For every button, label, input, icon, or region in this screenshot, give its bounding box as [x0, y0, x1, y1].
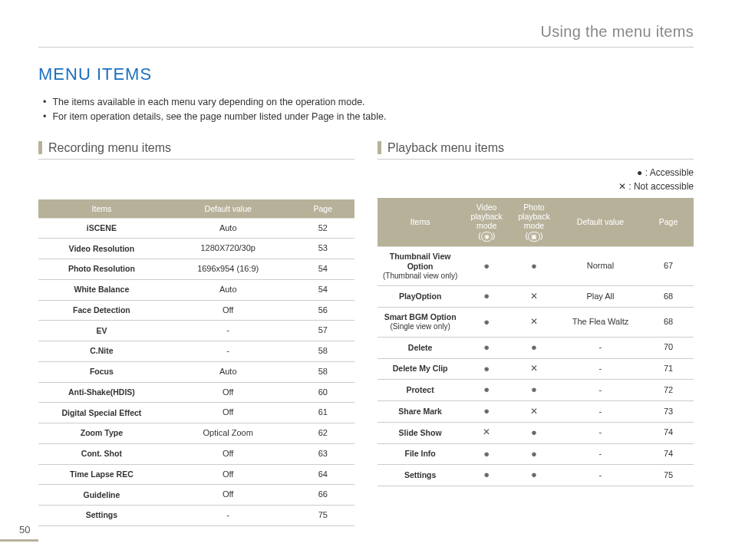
item-cell: Photo Resolution: [38, 259, 165, 280]
page-header: Using the menu items: [38, 23, 694, 48]
page-number: 50: [19, 524, 30, 535]
page-cell: 54: [292, 259, 354, 280]
photo-cell: ✕: [510, 308, 558, 338]
video-mode-icon: ◉: [481, 232, 493, 242]
page-cell: 75: [643, 465, 694, 486]
page-cell: 53: [292, 239, 354, 259]
video-cell: ●: [463, 337, 510, 358]
item-cell: Zoom Type: [38, 423, 165, 444]
value-cell: -: [165, 506, 292, 526]
table-row: Share Mark●✕-73: [378, 401, 694, 423]
recording-table: Items Default value Page iSCENEAuto52Vid…: [38, 199, 354, 526]
item-cell: Anti-Shake(HDIS): [38, 382, 165, 403]
page-cell: 68: [643, 308, 694, 338]
page-cell: 74: [643, 422, 694, 443]
table-row: Protect●●-72: [378, 380, 694, 401]
page: Using the menu items MENU ITEMS The item…: [0, 0, 732, 560]
video-cell: ●: [463, 443, 510, 465]
table-row: Cont. ShotOff63: [38, 443, 354, 464]
item-cell: Digital Special Effect: [38, 403, 165, 423]
table-row: Video Resolution1280X720/30p53: [38, 239, 354, 259]
item-cell: iSCENE: [38, 218, 165, 239]
table-row: Smart BGM Option(Single view only)●✕The …: [378, 308, 694, 338]
value-cell: -: [165, 321, 292, 341]
item-cell: Guideline: [38, 485, 165, 506]
page-cell: 58: [292, 361, 354, 382]
item-cell: EV: [38, 321, 165, 341]
item-cell: Delete My Clip: [378, 358, 463, 380]
value-cell: Off: [165, 300, 292, 321]
page-cell: 70: [643, 337, 694, 358]
page-cell: 61: [292, 403, 354, 423]
item-cell: Face Detection: [38, 300, 165, 321]
video-cell: ●: [463, 246, 510, 286]
recording-column: Recording menu items Items Default value…: [38, 141, 354, 526]
default-cell: -: [558, 380, 643, 401]
page-cell: 72: [643, 380, 694, 401]
value-cell: Optical Zoom: [165, 423, 292, 444]
value-cell: Auto: [165, 218, 292, 239]
photo-cell: ●: [510, 443, 558, 465]
table-row: Delete My Clip●✕-71: [378, 358, 694, 380]
item-cell: Focus: [38, 361, 165, 382]
col-page: Page: [292, 199, 354, 219]
item-cell: Settings: [38, 506, 165, 526]
col-default: Default value: [558, 198, 643, 247]
table-row: Delete●●-70: [378, 337, 694, 358]
item-cell: Smart BGM Option(Single view only): [378, 308, 463, 338]
col-photo-mode: Photo playback mode(▣): [510, 198, 558, 247]
page-cell: 73: [643, 401, 694, 423]
page-cell: 62: [292, 423, 354, 444]
table-row: File Info●●-74: [378, 443, 694, 465]
table-row: Time Lapse RECOff64: [38, 464, 354, 485]
video-cell: ●: [463, 308, 510, 338]
photo-cell: ●: [510, 337, 558, 358]
video-cell: ●: [463, 465, 510, 486]
default-cell: -: [558, 422, 643, 443]
photo-cell: ●: [510, 380, 558, 401]
photo-cell: ✕: [510, 286, 558, 308]
item-cell: Thumbnail View Option(Thumbnail view onl…: [378, 246, 463, 286]
table-row: Slide Show✕●-74: [378, 422, 694, 443]
value-cell: Auto: [165, 279, 292, 300]
table-row: Settings●●-75: [378, 465, 694, 486]
page-cell: 75: [292, 506, 354, 526]
item-cell: Protect: [378, 380, 463, 401]
video-cell: ●: [463, 401, 510, 423]
page-cell: 71: [643, 358, 694, 380]
default-cell: -: [558, 358, 643, 380]
value-cell: Auto: [165, 361, 292, 382]
table-row: Zoom TypeOptical Zoom62: [38, 423, 354, 444]
item-cell: Delete: [378, 337, 463, 358]
table-row: FocusAuto58: [38, 361, 354, 382]
legend: ● : Accessible ✕ : Not accessible: [378, 166, 694, 193]
col-page: Page: [643, 198, 694, 247]
section-title: MENU ITEMS: [38, 64, 694, 84]
col-items: Items: [378, 198, 463, 247]
intro-bullets: The items available in each menu vary de…: [38, 95, 694, 124]
page-cell: 58: [292, 341, 354, 362]
default-cell: Normal: [558, 246, 643, 286]
table-row: EV-57: [38, 321, 354, 341]
value-cell: Off: [165, 403, 292, 423]
table-row: Thumbnail View Option(Thumbnail view onl…: [378, 246, 694, 286]
table-row: Settings-75: [38, 506, 354, 526]
table-row: White BalanceAuto54: [38, 279, 354, 300]
table-row: C.Nite-58: [38, 341, 354, 362]
default-cell: Play All: [558, 286, 643, 308]
col-default: Default value: [165, 199, 292, 219]
page-cell: 67: [643, 246, 694, 286]
item-cell: Slide Show: [378, 422, 463, 443]
photo-cell: ✕: [510, 358, 558, 380]
value-cell: Off: [165, 443, 292, 464]
bullet: The items available in each menu vary de…: [38, 95, 694, 110]
item-cell: C.Nite: [38, 341, 165, 362]
page-cell: 66: [292, 485, 354, 506]
video-cell: ●: [463, 286, 510, 308]
col-video-mode: Video playback mode(◉): [463, 198, 510, 247]
page-cell: 54: [292, 279, 354, 300]
video-cell: ●: [463, 358, 510, 380]
table-row: iSCENEAuto52: [38, 218, 354, 239]
video-cell: ✕: [463, 422, 510, 443]
default-cell: -: [558, 337, 643, 358]
